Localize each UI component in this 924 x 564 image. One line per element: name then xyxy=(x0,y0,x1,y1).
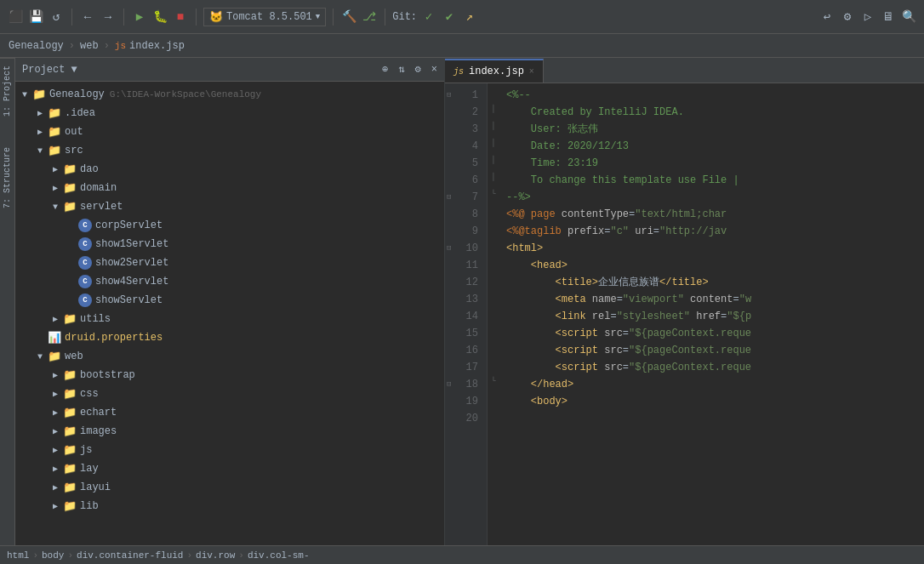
tree-bootstrap[interactable]: ▶ 📁 bootstrap xyxy=(15,366,444,385)
side-tab-structure[interactable]: 7: Structure xyxy=(0,140,14,215)
gear-icon[interactable]: ⚙ xyxy=(415,63,421,76)
ln-3: 3 xyxy=(445,121,487,138)
stop-icon[interactable]: ■ xyxy=(172,9,189,26)
code-line-9: <%@taglib prefix="c" uri="http://jav xyxy=(506,223,917,240)
domain-folder-icon: 📁 xyxy=(63,181,77,195)
layui-name: layui xyxy=(80,481,111,493)
status-col[interactable]: div.col-sm- xyxy=(248,550,310,561)
tree-out[interactable]: ▶ 📁 out xyxy=(15,122,444,141)
close-panel-icon[interactable]: × xyxy=(431,64,437,76)
tree-servlet[interactable]: ▼ 📁 servlet xyxy=(15,197,444,216)
ln-8: 8 xyxy=(445,206,487,223)
status-html[interactable]: html xyxy=(7,550,29,561)
src-arrow: ▼ xyxy=(34,145,46,157)
css-folder-icon: 📁 xyxy=(63,387,77,401)
tomcat-dropdown[interactable]: 🐱 Tomcat 8.5.501 ▼ xyxy=(203,8,326,26)
bc-web[interactable]: web xyxy=(80,40,99,52)
code-line-4: Date: 2020/12/13 xyxy=(506,138,917,155)
gutter-17 xyxy=(488,356,499,373)
gutter-15 xyxy=(488,322,499,339)
code-line-1: <%-- xyxy=(506,87,917,104)
editor-area[interactable]: ⊟ 1 2 3 4 5 6 ⊟ 7 8 9 ⊟ 10 11 12 xyxy=(445,83,924,545)
fold-18[interactable]: ⊟ xyxy=(447,376,451,393)
status-row[interactable]: div.row xyxy=(196,550,235,561)
servlet-folder-icon: 📁 xyxy=(63,200,77,214)
gutter-4: │ xyxy=(488,134,499,151)
shows-name: showServlet xyxy=(95,294,163,306)
show2-name: show2Servlet xyxy=(95,257,168,269)
tree-show1servlet[interactable]: ▶ C show1Servlet xyxy=(15,235,444,254)
sep-2 xyxy=(123,9,124,26)
branch-icon[interactable]: ⎇ xyxy=(361,9,378,26)
gutter-13 xyxy=(488,288,499,305)
gutter-14 xyxy=(488,305,499,322)
git-check2-icon[interactable]: ✔ xyxy=(441,9,458,26)
locate-icon[interactable]: ⊕ xyxy=(382,63,388,76)
tree-utils[interactable]: ▶ 📁 utils xyxy=(15,310,444,328)
fold-7[interactable]: ⊟ xyxy=(447,189,451,206)
gutter-8 xyxy=(488,202,499,219)
fold-10[interactable]: ⊟ xyxy=(447,240,451,257)
corp-name: corpServlet xyxy=(95,219,163,231)
run-icon[interactable]: ▶ xyxy=(131,9,148,26)
editor-panel: js index.jsp × ⊟ 1 2 3 4 5 6 ⊟ 7 xyxy=(445,58,924,545)
ln-6: 6 xyxy=(445,172,487,189)
side-tab-project[interactable]: 1: Project xyxy=(0,58,14,123)
tree-dao[interactable]: ▶ 📁 dao xyxy=(15,160,444,179)
bc-project[interactable]: Genealogy xyxy=(9,40,64,52)
search-icon[interactable]: 🔍 xyxy=(900,9,917,26)
file-tree[interactable]: ▼ 📁 Genealogy G:\IDEA-WorkSpace\Genealog… xyxy=(15,82,444,545)
project-title: Project ▼ xyxy=(22,64,77,76)
show4-class-icon: C xyxy=(78,275,92,288)
tree-corpservlet[interactable]: ▶ C corpServlet xyxy=(15,216,444,235)
fold-1[interactable]: ⊟ xyxy=(447,87,451,104)
tree-js[interactable]: ▶ 📁 js xyxy=(15,441,444,459)
out-name: out xyxy=(65,126,83,138)
images-name: images xyxy=(80,425,117,437)
debug-icon[interactable]: 🐛 xyxy=(151,9,168,26)
collapse-icon[interactable]: ⇅ xyxy=(398,63,404,76)
tree-lib[interactable]: ▶ 📁 lib xyxy=(15,497,444,516)
code-content[interactable]: <%-- Created by IntelliJ IDEA. User: 张志伟… xyxy=(499,83,924,545)
forward-icon[interactable]: → xyxy=(100,9,117,26)
refresh-icon[interactable]: ↺ xyxy=(48,9,65,26)
tree-images[interactable]: ▶ 📁 images xyxy=(15,422,444,441)
run2-icon[interactable]: ▷ xyxy=(859,9,876,26)
tree-idea[interactable]: ▶ 📁 .idea xyxy=(15,104,444,122)
bootstrap-name: bootstrap xyxy=(80,369,135,381)
tree-root[interactable]: ▼ 📁 Genealogy G:\IDEA-WorkSpace\Genealog… xyxy=(15,85,444,104)
code-line-15: <script src="${pageContext.reque xyxy=(506,325,917,342)
tree-web[interactable]: ▼ 📁 web xyxy=(15,347,444,366)
monitor-icon[interactable]: 🖥 xyxy=(880,9,897,26)
tree-show2servlet[interactable]: ▶ C show2Servlet xyxy=(15,254,444,272)
git-push-icon[interactable]: ↗ xyxy=(461,9,478,26)
bc-file[interactable]: index.jsp xyxy=(129,40,185,52)
settings-icon[interactable]: ⚙ xyxy=(839,9,856,26)
build-icon[interactable]: 🔨 xyxy=(340,9,357,26)
servlet-arrow: ▼ xyxy=(49,201,61,213)
tree-lay[interactable]: ▶ 📁 lay xyxy=(15,459,444,478)
tree-css[interactable]: ▶ 📁 css xyxy=(15,385,444,403)
tab-close-btn[interactable]: × xyxy=(529,67,534,77)
save-icon[interactable]: 💾 xyxy=(27,9,44,26)
toolbar: ⬛ 💾 ↺ ← → ▶ 🐛 ■ 🐱 Tomcat 8.5.501 ▼ 🔨 ⎇ G… xyxy=(0,0,924,34)
tree-src[interactable]: ▼ 📁 src xyxy=(15,141,444,160)
revert-icon[interactable]: ↩ xyxy=(818,9,836,26)
tree-druid[interactable]: ▶ 📊 druid.properties xyxy=(15,328,444,347)
tab-index-jsp[interactable]: js index.jsp × xyxy=(445,59,544,83)
bc-sep-1: › xyxy=(69,40,75,52)
tree-domain[interactable]: ▶ 📁 domain xyxy=(15,179,444,197)
status-bar: html › body › div.container-fluid › div.… xyxy=(0,545,924,564)
code-line-16: <script src="${pageContext.reque xyxy=(506,342,917,359)
back-icon[interactable]: ← xyxy=(79,9,96,26)
status-container[interactable]: div.container-fluid xyxy=(77,550,183,561)
tree-echart[interactable]: ▶ 📁 echart xyxy=(15,403,444,422)
git-check-icon[interactable]: ✓ xyxy=(420,9,437,26)
tree-layui[interactable]: ▶ 📁 layui xyxy=(15,478,444,497)
tree-show4servlet[interactable]: ▶ C show4Servlet xyxy=(15,272,444,291)
tree-showservlet[interactable]: ▶ C showServlet xyxy=(15,291,444,310)
shows-class-icon: C xyxy=(78,293,92,307)
new-icon[interactable]: ⬛ xyxy=(7,9,24,26)
bootstrap-arrow: ▶ xyxy=(49,369,61,381)
status-body[interactable]: body xyxy=(42,550,64,561)
